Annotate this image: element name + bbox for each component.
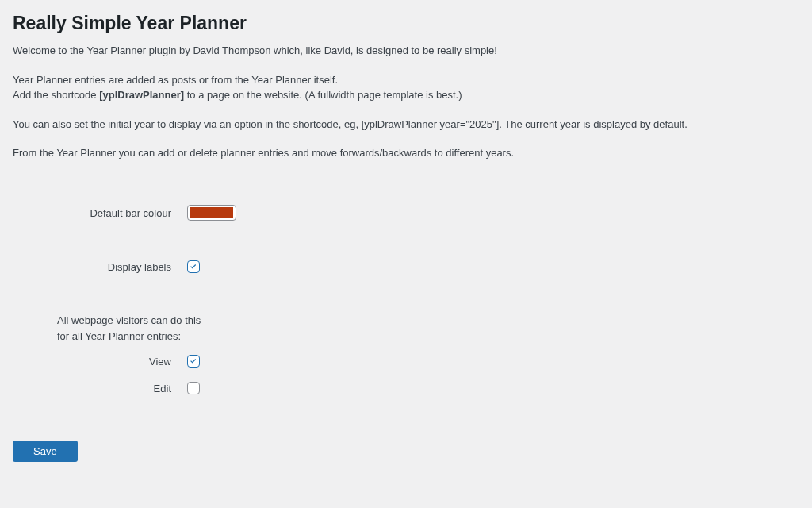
- save-button[interactable]: Save: [13, 441, 78, 462]
- edit-checkbox[interactable]: [187, 382, 200, 394]
- intro-text: Welcome to the Year Planner plugin by Da…: [13, 44, 799, 161]
- page-title: Really Simple Year Planner: [13, 13, 799, 34]
- permissions-description: All webpage visitors can do this for all…: [57, 313, 216, 344]
- check-icon: [188, 261, 199, 272]
- default-bar-colour-input[interactable]: [187, 205, 236, 221]
- display-labels-checkbox[interactable]: [187, 260, 200, 273]
- intro-p3: You can also set the initial year to dis…: [13, 117, 799, 133]
- intro-p2b: Add the shortcode [yplDrawPlanner] to a …: [13, 88, 799, 103]
- view-label: View: [13, 356, 187, 368]
- edit-label: Edit: [13, 383, 187, 394]
- color-preview: [190, 207, 233, 218]
- intro-p1: Welcome to the Year Planner plugin by Da…: [13, 44, 799, 59]
- default-bar-colour-label: Default bar colour: [13, 207, 187, 219]
- view-checkbox[interactable]: [187, 355, 200, 368]
- shortcode: [yplDrawPlanner]: [99, 89, 184, 101]
- intro-p4: From the Year Planner you can add or del…: [13, 146, 799, 161]
- intro-p2a: Year Planner entries are added as posts …: [13, 73, 799, 88]
- display-labels-label: Display labels: [13, 261, 187, 273]
- check-icon: [188, 356, 199, 367]
